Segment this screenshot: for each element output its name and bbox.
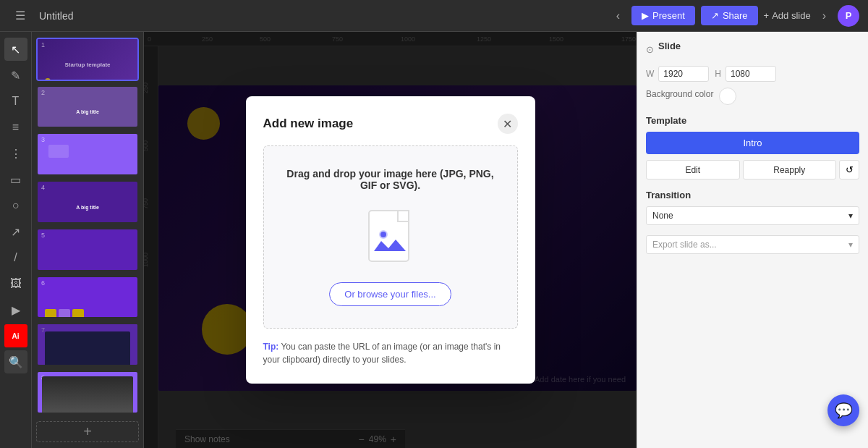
reapply-template-button[interactable]: Reapply: [743, 160, 837, 179]
bg-color-row: Background color: [646, 88, 859, 105]
text-tool[interactable]: T: [4, 90, 27, 113]
export-dropdown[interactable]: Export slide as... ▾: [646, 235, 859, 254]
slide-thumb-6[interactable]: 6: [36, 276, 139, 319]
slides-panel: 1 Startup template 2 A big title 3 4 A b…: [32, 32, 144, 448]
slide-section-icon: ⊙: [646, 44, 654, 55]
share-button[interactable]: ↗ Share: [701, 6, 758, 25]
present-button[interactable]: ▶ Present: [631, 6, 695, 25]
adobe-tool[interactable]: Ai: [4, 324, 27, 347]
chat-button[interactable]: 💬: [827, 394, 859, 426]
browse-files-button[interactable]: Or browse your files...: [329, 282, 451, 306]
menu-icon[interactable]: ☰: [9, 4, 32, 28]
template-section: Template Intro Edit Reapply ↺: [646, 115, 859, 179]
media-tool[interactable]: ▶: [4, 298, 27, 321]
slide-section-title: Slide: [658, 41, 681, 51]
circle-tool[interactable]: ○: [4, 194, 27, 217]
width-field: W 1920: [646, 66, 709, 82]
line-tool[interactable]: /: [4, 246, 27, 269]
modal-tip: Tip: You can paste the URL of an image (…: [263, 340, 518, 366]
transition-dropdown[interactable]: None ▾: [646, 206, 859, 225]
avatar[interactable]: P: [838, 5, 859, 27]
dimensions-row: W 1920 H 1080: [646, 66, 859, 82]
topbar: ☰ Untitled ‹ ▶ Present ↗ Share + Add sli…: [0, 0, 868, 32]
chevron-down-icon: ▾: [848, 211, 853, 221]
drop-zone-text: Drag and drop your image here (JPG, PNG,…: [278, 168, 503, 191]
modal-close-button[interactable]: ✕: [498, 114, 518, 134]
tip-text: You can paste the URL of an image (or an…: [263, 342, 501, 365]
tip-label: Tip:: [263, 342, 279, 352]
slide-info-section: ⊙ Slide W 1920 H 1080 Background color: [646, 41, 859, 105]
template-label: Template: [646, 115, 859, 126]
transition-label: Transition: [646, 190, 859, 200]
modal-header: Add new image ✕: [263, 114, 518, 134]
image-tool[interactable]: 🖼: [4, 272, 27, 295]
cursor-tool[interactable]: ↖: [4, 38, 27, 61]
left-toolbar: ↖ ✎ T ≡ ⋮ ▭ ○ ↗ / 🖼 ▶ Ai 🔍: [0, 32, 32, 448]
height-value[interactable]: 1080: [726, 66, 776, 82]
list-tool[interactable]: ≡: [4, 116, 27, 139]
height-label: H: [715, 69, 721, 79]
topbar-actions: ▶ Present ↗ Share + Add slide: [631, 6, 811, 25]
slide-thumb-4[interactable]: 4 A big title: [36, 180, 139, 224]
present-icon: ▶: [642, 10, 649, 21]
nav-prev-button[interactable]: ‹: [612, 7, 624, 25]
svg-rect-1: [398, 211, 409, 221]
modal-overlay: Add new image ✕ Drag and drop your image…: [144, 32, 637, 448]
modal-title: Add new image: [263, 117, 354, 131]
slide-thumb-8[interactable]: 8: [36, 371, 139, 414]
refresh-icon: ↺: [846, 164, 854, 175]
height-field: H 1080: [715, 66, 776, 82]
bg-color-picker[interactable]: [719, 88, 736, 105]
search-tool[interactable]: 🔍: [4, 350, 27, 373]
slide-thumb-7[interactable]: 7: [36, 323, 139, 366]
pen-tool[interactable]: ✎: [4, 64, 27, 87]
bullet-tool[interactable]: ⋮: [4, 142, 27, 165]
bg-color-label: Background color: [646, 89, 713, 99]
slide-thumb-3[interactable]: 3: [36, 132, 139, 176]
document-title: Untitled: [39, 10, 605, 22]
share-icon: ↗: [711, 10, 719, 21]
right-panel: ⊙ Slide W 1920 H 1080 Background color T…: [637, 32, 868, 448]
svg-point-3: [380, 232, 386, 237]
template-name-button[interactable]: Intro: [646, 132, 859, 154]
add-slide-button[interactable]: + Add slide: [764, 10, 811, 21]
arrow-tool[interactable]: ↗: [4, 220, 27, 243]
width-value[interactable]: 1920: [658, 66, 709, 82]
slide-thumb-2[interactable]: 2 A big title: [36, 85, 139, 129]
drop-zone[interactable]: Drag and drop your image here (JPG, PNG,…: [263, 145, 518, 329]
export-label: Export slide as...: [652, 240, 717, 250]
rectangle-tool[interactable]: ▭: [4, 168, 27, 191]
slide-thumb-5[interactable]: 5: [36, 228, 139, 271]
edit-template-button[interactable]: Edit: [646, 160, 740, 179]
chevron-down-icon-export: ▾: [848, 240, 853, 250]
width-label: W: [646, 69, 654, 79]
canvas-area: 0 250 500 750 1000 1250 1500 1750 2 250 …: [144, 32, 637, 448]
plus-icon: +: [764, 10, 770, 21]
transition-value: None: [652, 211, 673, 221]
transition-section: Transition None ▾: [646, 190, 859, 225]
add-image-modal: Add new image ✕ Drag and drop your image…: [246, 96, 535, 384]
nav-next-button[interactable]: ›: [818, 7, 830, 25]
chat-icon: 💬: [835, 402, 853, 419]
add-slide-panel-button[interactable]: +: [36, 421, 139, 442]
slide-thumb-1[interactable]: 1 Startup template: [36, 38, 139, 81]
template-actions: Edit Reapply ↺: [646, 160, 859, 179]
main-layout: ↖ ✎ T ≡ ⋮ ▭ ○ ↗ / 🖼 ▶ Ai 🔍 1 Startup tem…: [0, 32, 868, 448]
refresh-template-button[interactable]: ↺: [839, 160, 859, 179]
export-section: Export slide as... ▾: [646, 235, 859, 254]
drop-zone-icon: [362, 206, 420, 271]
